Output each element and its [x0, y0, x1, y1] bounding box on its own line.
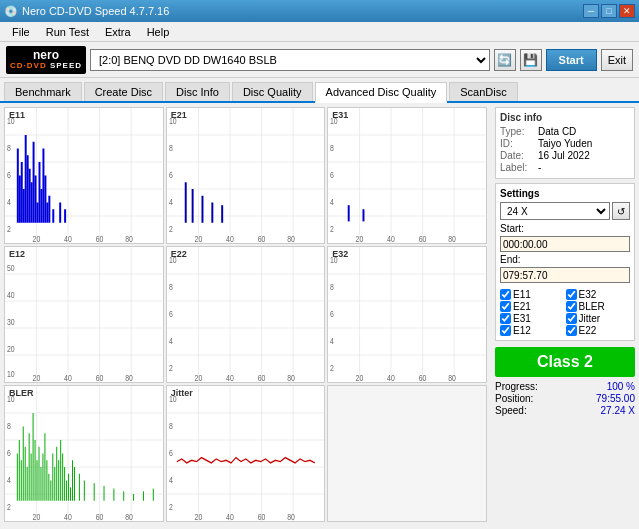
svg-rect-161: [46, 460, 47, 501]
svg-text:20: 20: [33, 512, 41, 521]
settings-section: Settings 24 X ↺ Start: End: E11 E3: [495, 183, 635, 341]
disc-info-section: Disc info Type: Data CD ID: Taiyo Yuden …: [495, 107, 635, 179]
chart-e22-svg: 10 8 6 4 2 20 40 60 80: [167, 247, 325, 382]
speed-select[interactable]: 24 X: [500, 202, 610, 220]
right-panel: Disc info Type: Data CD ID: Taiyo Yuden …: [491, 103, 639, 526]
svg-rect-26: [35, 176, 37, 223]
refresh-button[interactable]: ↺: [612, 202, 630, 220]
checkbox-e32-label: E32: [579, 289, 597, 300]
svg-text:40: 40: [226, 234, 234, 243]
svg-text:8: 8: [169, 143, 173, 153]
app-title: Nero CD-DVD Speed 4.7.7.16: [22, 5, 169, 17]
tab-scandisc[interactable]: ScanDisc: [449, 82, 517, 101]
svg-rect-164: [52, 454, 53, 501]
chart-bler-label: BLER: [9, 388, 34, 398]
chart-e11-label: E11: [9, 110, 25, 120]
tab-disc-info[interactable]: Disc Info: [165, 82, 230, 101]
svg-rect-23: [29, 169, 31, 223]
svg-text:80: 80: [125, 512, 133, 521]
svg-rect-165: [54, 467, 55, 501]
checkbox-jitter-label: Jitter: [579, 313, 601, 324]
svg-rect-180: [113, 489, 114, 501]
chart-e12-svg: 50 40 30 20 10 20 40 60 80: [5, 247, 163, 382]
start-label: Start:: [500, 223, 630, 234]
chart-e32: E32 10 8 6 4 2 20 40 60 80: [327, 246, 487, 383]
svg-rect-168: [60, 440, 61, 501]
start-button[interactable]: Start: [546, 49, 597, 71]
svg-rect-166: [56, 447, 57, 501]
chart-e22: E22 10 8 6 4 2 20 40 60 80: [166, 246, 326, 383]
menubar: File Run Test Extra Help: [0, 22, 639, 42]
chart-e32-svg: 10 8 6 4 2 20 40 60 80: [328, 247, 486, 382]
checkbox-e31-item: E31: [500, 313, 565, 324]
svg-text:4: 4: [169, 336, 173, 346]
maximize-button[interactable]: □: [601, 4, 617, 18]
checkbox-bler-label: BLER: [579, 301, 605, 312]
tab-create-disc[interactable]: Create Disc: [84, 82, 163, 101]
close-button[interactable]: ✕: [619, 4, 635, 18]
progress-row: Progress: 100 %: [495, 381, 635, 392]
svg-text:80: 80: [449, 234, 457, 243]
svg-text:4: 4: [330, 197, 334, 207]
position-row: Position: 79:55.00: [495, 393, 635, 404]
svg-text:4: 4: [330, 336, 334, 346]
checkbox-grid: E11 E32 E21 BLER E31: [500, 289, 630, 336]
svg-text:20: 20: [33, 234, 41, 243]
checkbox-jitter[interactable]: [566, 313, 577, 324]
tab-advanced-disc-quality[interactable]: Advanced Disc Quality: [315, 82, 448, 103]
drive-select[interactable]: [2:0] BENQ DVD DD DW1640 BSLB: [90, 49, 490, 71]
svg-text:10: 10: [7, 369, 15, 379]
end-input[interactable]: [500, 267, 630, 283]
svg-rect-154: [33, 413, 34, 501]
svg-text:2: 2: [169, 363, 173, 373]
start-input[interactable]: [500, 236, 630, 252]
menu-help[interactable]: Help: [139, 24, 178, 40]
checkbox-e22[interactable]: [566, 325, 577, 336]
chart-bler-svg: 10 8 6 4 2 20 40 60 80: [5, 386, 163, 521]
svg-text:40: 40: [64, 373, 72, 382]
checkbox-e11[interactable]: [500, 289, 511, 300]
exit-button[interactable]: Exit: [601, 49, 633, 71]
save-button[interactable]: 💾: [520, 49, 542, 71]
chart-jitter: Jitter 10 8 6 4 2 20 40 60 80: [166, 385, 326, 522]
svg-text:60: 60: [419, 373, 427, 382]
svg-text:20: 20: [33, 373, 41, 382]
speed-row-progress: Speed: 27.24 X: [495, 405, 635, 416]
checkbox-e12[interactable]: [500, 325, 511, 336]
checkbox-e31[interactable]: [500, 313, 511, 324]
svg-text:6: 6: [330, 309, 334, 319]
checkbox-e12-label: E12: [513, 325, 531, 336]
svg-text:6: 6: [169, 448, 173, 458]
svg-text:40: 40: [226, 512, 234, 521]
svg-text:8: 8: [330, 282, 334, 292]
svg-rect-29: [40, 189, 42, 223]
menu-file[interactable]: File: [4, 24, 38, 40]
svg-rect-170: [64, 467, 65, 501]
svg-rect-178: [94, 483, 95, 501]
menu-extra[interactable]: Extra: [97, 24, 139, 40]
chart-bler: BLER 10 8 6 4 2 20 40 60 80: [4, 385, 164, 522]
svg-rect-172: [68, 474, 69, 501]
drive-info-button[interactable]: 🔄: [494, 49, 516, 71]
disc-date-key: Date:: [500, 150, 536, 161]
svg-text:2: 2: [7, 502, 11, 512]
svg-rect-177: [84, 481, 85, 501]
menu-runtest[interactable]: Run Test: [38, 24, 97, 40]
checkbox-e21[interactable]: [500, 301, 511, 312]
svg-rect-163: [50, 481, 51, 501]
chart-e12-label: E12: [9, 249, 25, 259]
svg-rect-58: [221, 205, 223, 223]
svg-rect-151: [27, 467, 28, 501]
svg-rect-167: [58, 460, 59, 501]
tab-benchmark[interactable]: Benchmark: [4, 82, 82, 101]
checkbox-e32[interactable]: [566, 289, 577, 300]
svg-rect-173: [70, 487, 71, 501]
checkbox-bler[interactable]: [566, 301, 577, 312]
svg-text:60: 60: [96, 373, 104, 382]
svg-text:80: 80: [287, 512, 295, 521]
tab-disc-quality[interactable]: Disc Quality: [232, 82, 313, 101]
svg-text:8: 8: [169, 421, 173, 431]
svg-rect-76: [348, 205, 350, 221]
svg-rect-30: [42, 149, 44, 223]
minimize-button[interactable]: ─: [583, 4, 599, 18]
